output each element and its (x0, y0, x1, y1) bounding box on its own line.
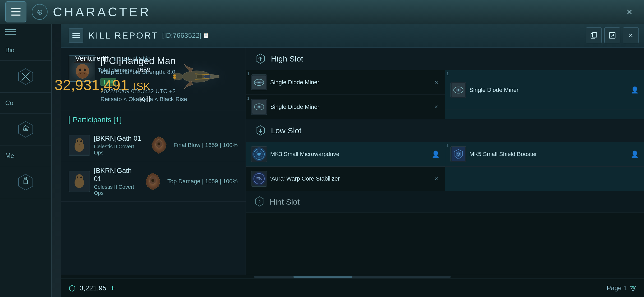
low-slot-icon (254, 124, 267, 137)
hint-slot-icon: ? (254, 196, 266, 208)
svg-point-34 (77, 177, 78, 178)
sidebar-hamburger-icon (5, 29, 16, 35)
copy-report-button[interactable] (586, 27, 602, 43)
scrollbar-thumb[interactable] (293, 276, 352, 278)
sidebar-item-em2[interactable] (0, 166, 51, 198)
svg-point-29 (80, 140, 82, 142)
scrollbar-track[interactable] (254, 276, 451, 278)
high-slot-right-column: 1 Single Diode Miner (445, 70, 644, 119)
left-panel: [FCI]Hanged Man Warp Scramble Strength: … (61, 48, 246, 297)
svg-point-33 (76, 174, 83, 182)
high-slot-item-1[interactable]: 1 Single Diode Miner (246, 70, 445, 95)
svg-point-57 (258, 153, 260, 155)
high-slot-header: High Slot (246, 48, 644, 70)
low-slot-item-2[interactable]: 'Aura' Warp Core Stabilizer × (246, 167, 445, 191)
panel-header-actions: × (586, 27, 639, 43)
panel-header: KILL REPORT [ID:7663522] 📋 × (61, 24, 644, 48)
high-slot-item-2-name: Single Diode Miner (270, 103, 430, 110)
low-slot-mw-icon (251, 146, 267, 162)
svg-rect-24 (197, 74, 202, 79)
hint-slot-header: ? Hint Slot (246, 191, 644, 213)
participant-item[interactable]: [BKRN]Gath 01 Celestis II Covert Ops (61, 129, 246, 161)
low-slot-right-item[interactable]: 1 MK5 Small Shield Booster 👤 (445, 142, 644, 167)
high-slot-items: 1 Single Diode Miner (246, 70, 644, 119)
ship-type: Industrial Ship (114, 55, 150, 62)
svg-text:?: ? (259, 200, 261, 204)
high-slot-right-icon (450, 82, 466, 98)
scrollbar-strip (61, 275, 644, 279)
svg-point-35 (80, 177, 82, 178)
bottom-add-button[interactable]: + (110, 284, 115, 293)
low-slot-warp-icon (251, 171, 267, 187)
right-item-number: 1 (447, 72, 449, 76)
svg-point-23 (204, 74, 210, 79)
kill-report-panel: KILL REPORT [ID:7663522] 📋 × (61, 24, 644, 297)
close-icon: × (628, 31, 633, 40)
participant-ship-1: Celestis II Covert Ops (94, 144, 144, 156)
participants-section: Participants [1] (61, 111, 246, 297)
bottom-bar: ⬡ 3,221.95 + Page 1 ✎ ▽ (61, 279, 644, 297)
copy-id-button[interactable]: 📋 (203, 32, 209, 39)
participant-info-2: [BKRN]Gath 01 Celestis II Covert Ops (94, 167, 138, 196)
svg-point-61 (259, 178, 260, 179)
me-icon (16, 120, 35, 139)
equipment-panel: High Slot 1 (246, 48, 644, 297)
em2-icon (16, 173, 35, 191)
sidebar-item-bio[interactable]: Bio (0, 40, 51, 61)
participant-avatar-2 (69, 171, 90, 192)
menu-button[interactable] (5, 1, 26, 22)
kill-type: Kill (54, 95, 150, 104)
bottom-hex-icon: ⬡ (69, 284, 76, 293)
low-slot-items: MK3 Small Microwarpdrive 👤 (246, 142, 644, 191)
hint-slot-title: Hint Slot (270, 197, 300, 206)
sidebar-label-bio: Bio (5, 46, 15, 54)
isk-label: ISK (134, 81, 150, 92)
sidebar-item-co[interactable]: Co (0, 93, 51, 114)
high-slot-item-2-close[interactable]: × (433, 102, 439, 112)
participant-item-2[interactable]: [BKRN]Gath 01 Celestis II Covert Ops (61, 161, 246, 202)
high-slot-item-2[interactable]: 1 Single Diode Miner (246, 95, 445, 119)
combat-icon (16, 67, 35, 86)
svg-point-52 (458, 89, 459, 91)
participants-title: Participants [1] (69, 116, 122, 124)
high-slot-right-item-1[interactable]: 1 Single Diode Miner (445, 70, 644, 110)
sidebar-item-em[interactable]: Me (0, 145, 51, 166)
svg-marker-6 (19, 174, 33, 190)
item-number-1: 1 (247, 72, 250, 76)
high-slot-title: High Slot (271, 54, 303, 63)
participant-name-1: [BKRN]Gath 01 (94, 134, 144, 143)
high-slot-person-icon: 👤 (631, 86, 639, 94)
panel-menu-button[interactable] (69, 28, 83, 43)
bottom-value: 3,221.95 (80, 284, 106, 292)
low-right-number: 1 (447, 143, 449, 148)
low-slot-title: Low Slot (271, 126, 301, 135)
victim-stats: Venture III Industrial Ship Total damage… (54, 54, 150, 104)
ship-svg (156, 55, 238, 98)
svg-point-5 (25, 128, 27, 130)
damage-value: 1659 (136, 66, 150, 74)
participants-header: Participants [1] (61, 111, 246, 129)
export-button[interactable] (604, 27, 620, 43)
svg-point-47 (258, 106, 260, 108)
kill-report-content: [FCI]Hanged Man Warp Scramble Strength: … (61, 48, 644, 297)
low-slot-shield-person: 👤 (631, 150, 639, 158)
svg-point-42 (258, 82, 260, 83)
high-slot-item-1-close[interactable]: × (433, 77, 439, 87)
high-slot-left-column: 1 Single Diode Miner (246, 70, 445, 119)
svg-point-30 (157, 142, 160, 145)
sidebar-menu-button[interactable] (0, 24, 51, 40)
participant-stats-1: Final Blow | 1659 | 100% (173, 142, 238, 149)
low-slot-warp-close[interactable]: × (433, 174, 439, 184)
participant-ship-icon-1 (148, 135, 169, 156)
svg-point-36 (151, 179, 154, 182)
panel-id: [ID:7663522] (162, 31, 201, 40)
sidebar-item-me[interactable] (0, 114, 51, 145)
low-slot-item-1[interactable]: MK3 Small Microwarpdrive 👤 (246, 142, 445, 167)
sidebar-item-combat[interactable] (0, 61, 51, 93)
filter-button[interactable]: ▽ (630, 284, 636, 293)
high-slot-item-1-name: Single Diode Miner (270, 79, 430, 86)
close-panel-button[interactable]: × (623, 27, 639, 43)
low-slot-warp-name: 'Aura' Warp Core Stabilizer (270, 175, 430, 182)
app-close-button[interactable]: × (623, 5, 636, 18)
top-bar: ⊕ CHARACTER × (0, 0, 644, 24)
